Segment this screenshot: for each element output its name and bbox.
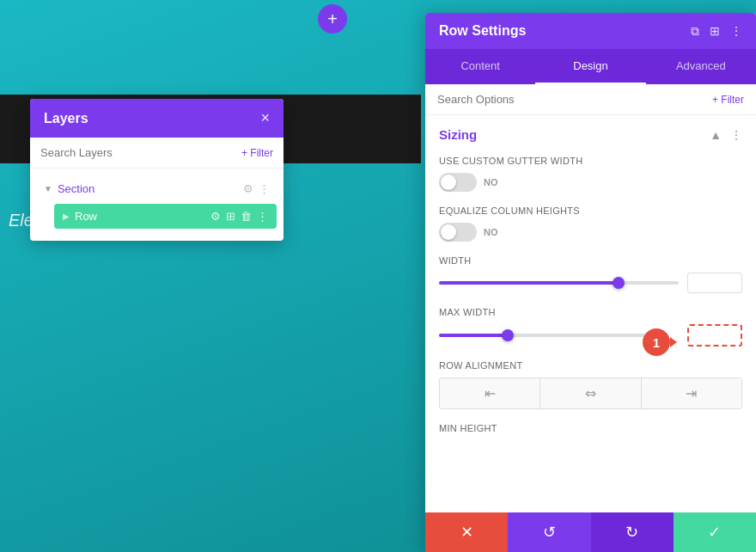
- settings-search-input[interactable]: [437, 93, 705, 106]
- row-alignment-label: Row Alignment: [439, 360, 742, 371]
- row-icons: ⚙ ⊞ 🗑 ⋮: [210, 210, 268, 223]
- redo-icon: ↻: [625, 523, 638, 542]
- custom-gutter-toggle[interactable]: [439, 173, 477, 192]
- width-slider-thumb[interactable]: [613, 277, 625, 289]
- settings-search-bar: + Filter: [425, 84, 756, 115]
- max-width-setting: Max Width 1 700px: [439, 307, 742, 347]
- row-chevron[interactable]: ▶: [63, 212, 70, 221]
- align-right-button[interactable]: ⇥: [642, 378, 741, 408]
- section-row: ▼ Section ⚙ ⋮: [37, 177, 277, 200]
- row-copy-icon[interactable]: ⊞: [226, 210, 235, 223]
- alignment-buttons: ⇤ ⇔ ⇥: [439, 377, 742, 409]
- width-value-input[interactable]: 80%: [687, 273, 742, 293]
- section-settings-icon[interactable]: ⚙: [243, 182, 253, 195]
- equalize-value: NO: [484, 227, 498, 237]
- settings-tabs: Content Design Advanced: [425, 49, 756, 84]
- align-center-button[interactable]: ⇔: [540, 378, 641, 408]
- max-width-value-input[interactable]: 700px: [687, 324, 742, 347]
- sizing-more-icon[interactable]: ⋮: [730, 128, 742, 142]
- toggle-knob-2: [441, 224, 456, 240]
- custom-gutter-label: Use Custom Gutter Width: [439, 156, 742, 166]
- width-slider-track[interactable]: [439, 281, 679, 285]
- section-chevron[interactable]: ▼: [44, 184, 52, 193]
- sizing-actions: ▲ ⋮: [710, 128, 742, 142]
- tab-content[interactable]: Content: [425, 49, 535, 84]
- layers-title: Layers: [44, 111, 88, 126]
- min-height-setting: Min Height: [439, 423, 742, 433]
- layers-search-bar: + Filter: [30, 138, 284, 169]
- settings-filter-button[interactable]: + Filter: [712, 94, 744, 106]
- settings-header-icons: ⧉ ⊞ ⋮: [691, 24, 742, 39]
- width-slider-fill: [439, 281, 619, 285]
- plus-icon: +: [327, 9, 338, 29]
- sizing-section: Sizing ▲ ⋮ Use Custom Gutter Width NO E: [425, 115, 756, 459]
- equalize-label: Equalize Column Heights: [439, 205, 742, 216]
- width-label: Width: [439, 255, 742, 266]
- undo-icon: ↺: [543, 523, 556, 542]
- section-more-icon[interactable]: ⋮: [259, 182, 270, 195]
- tab-advanced[interactable]: Advanced: [646, 49, 756, 84]
- section-icons: ⚙ ⋮: [243, 182, 270, 195]
- number-badge-1: 1: [643, 328, 670, 356]
- undo-button[interactable]: ↺: [508, 512, 590, 552]
- save-icon: ✓: [708, 523, 721, 542]
- row-more-icon[interactable]: ⋮: [257, 210, 268, 223]
- cancel-button[interactable]: ✕: [425, 512, 508, 552]
- row-settings-icon[interactable]: ⚙: [210, 210, 221, 223]
- duplicate-icon[interactable]: ⧉: [691, 24, 699, 39]
- max-width-slider-fill: [439, 334, 508, 337]
- max-width-label: Max Width: [439, 307, 742, 317]
- tab-design[interactable]: Design: [535, 49, 645, 84]
- row-alignment-setting: Row Alignment ⇤ ⇔ ⇥: [439, 360, 742, 409]
- layers-header: Layers ×: [30, 99, 284, 138]
- bottom-bar: ✕ ↺ ↻ ✓: [425, 512, 756, 552]
- max-width-slider-row: 1 700px: [439, 324, 742, 347]
- align-left-button[interactable]: ⇤: [440, 378, 540, 408]
- add-section-button[interactable]: +: [318, 4, 347, 34]
- settings-title: Row Settings: [439, 23, 526, 39]
- redo-button[interactable]: ↻: [591, 512, 674, 552]
- custom-gutter-setting: Use Custom Gutter Width NO: [439, 156, 742, 192]
- row-delete-icon[interactable]: 🗑: [241, 210, 252, 223]
- custom-gutter-toggle-row: NO: [439, 173, 742, 192]
- row-item: ▶ Row ⚙ ⊞ 🗑 ⋮: [54, 204, 277, 229]
- resize-icon[interactable]: ⊞: [710, 24, 720, 38]
- layers-filter-button[interactable]: + Filter: [241, 147, 273, 159]
- settings-header: Row Settings ⧉ ⊞ ⋮: [425, 13, 756, 49]
- settings-panel: Row Settings ⧉ ⊞ ⋮ Content Design Advanc…: [425, 13, 756, 552]
- max-width-slider-thumb[interactable]: [502, 329, 514, 341]
- more-options-icon[interactable]: ⋮: [730, 24, 742, 38]
- min-height-label: Min Height: [439, 423, 742, 433]
- row-label: Row: [75, 210, 205, 223]
- save-button[interactable]: ✓: [674, 512, 756, 552]
- sizing-header: Sizing ▲ ⋮: [439, 127, 742, 142]
- equalize-setting: Equalize Column Heights NO: [439, 205, 742, 242]
- layers-close-button[interactable]: ×: [260, 109, 270, 127]
- layers-search-input[interactable]: [40, 146, 235, 159]
- sizing-title: Sizing: [439, 127, 477, 142]
- custom-gutter-value: NO: [484, 177, 498, 187]
- width-slider-row: 80%: [439, 273, 742, 293]
- max-width-slider-track[interactable]: [439, 334, 668, 337]
- toggle-knob: [441, 175, 456, 190]
- layers-panel: Layers × + Filter ▼ Section ⚙ ⋮ ▶ Row ⚙ …: [30, 99, 284, 241]
- equalize-toggle[interactable]: [439, 223, 477, 242]
- settings-body: Sizing ▲ ⋮ Use Custom Gutter Width NO E: [425, 115, 756, 552]
- section-label: Section: [58, 182, 238, 195]
- sizing-collapse-icon[interactable]: ▲: [710, 128, 722, 142]
- width-setting: Width 80%: [439, 255, 742, 293]
- cancel-icon: ✕: [460, 523, 473, 542]
- equalize-toggle-row: NO: [439, 223, 742, 242]
- layers-content: ▼ Section ⚙ ⋮ ▶ Row ⚙ ⊞ 🗑 ⋮: [30, 169, 284, 241]
